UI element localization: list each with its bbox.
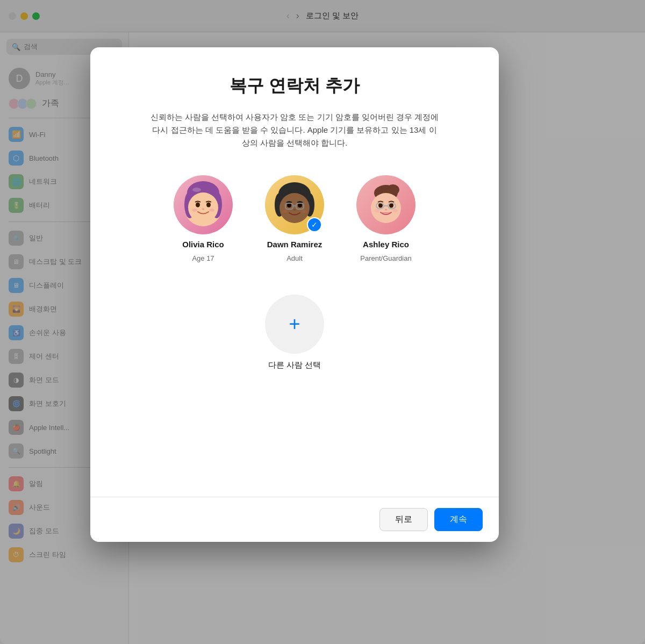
contact-dawn[interactable]: ✓ Dawn Ramirez Adult — [265, 175, 324, 262]
modal-footer: 뒤로 계속 — [90, 497, 499, 542]
svg-point-9 — [209, 209, 214, 212]
contact-ashley-avatar-wrapper — [356, 175, 415, 234]
svg-point-32 — [374, 209, 379, 212]
olivia-sub: Age 17 — [192, 254, 214, 262]
svg-point-6 — [206, 203, 211, 207]
modal-body: 복구 연락처 추가 신뢰하는 사람을 선택하여 사용자가 암호 또는 기기 암호… — [90, 47, 499, 497]
svg-point-33 — [392, 209, 398, 212]
add-other-label: 다른 사람 선택 — [268, 360, 321, 370]
svg-point-28 — [385, 209, 387, 211]
modal-dialog: 복구 연락처 추가 신뢰하는 사람을 선택하여 사용자가 암호 또는 기기 암호… — [90, 47, 499, 542]
svg-point-5 — [196, 203, 200, 207]
ashley-memoji — [359, 178, 413, 232]
continue-button[interactable]: 계속 — [434, 508, 483, 531]
svg-point-22 — [302, 210, 307, 213]
back-button[interactable]: 뒤로 — [379, 508, 428, 531]
modal-description: 신뢰하는 사람을 선택하여 사용자가 암호 또는 기기 암호를 잊어버린 경우 … — [149, 111, 440, 149]
contact-dawn-avatar-wrapper: ✓ — [265, 175, 324, 234]
dawn-name: Dawn Ramirez — [267, 240, 322, 249]
add-icon: + — [289, 313, 300, 335]
contact-ashley[interactable]: Ashley Rico Parent/Guardian — [356, 175, 415, 262]
svg-point-21 — [282, 210, 288, 213]
svg-point-8 — [192, 209, 197, 212]
svg-point-15 — [287, 203, 291, 207]
olivia-name: Olivia Rico — [182, 240, 224, 249]
svg-point-10 — [192, 188, 201, 192]
svg-point-17 — [293, 209, 296, 211]
add-other-section: + 다른 사람 선택 — [265, 295, 324, 370]
ashley-sub: Parent/Guardian — [360, 254, 411, 262]
modal-title: 복구 연락처 추가 — [230, 74, 360, 98]
contact-olivia-avatar-wrapper — [174, 175, 233, 234]
svg-point-7 — [202, 209, 204, 210]
contacts-row: Olivia Rico Age 17 — [174, 175, 415, 262]
svg-point-16 — [298, 203, 302, 207]
olivia-memoji — [176, 178, 230, 232]
contact-olivia[interactable]: Olivia Rico Age 17 — [174, 175, 233, 262]
contact-ashley-avatar — [356, 175, 415, 234]
svg-point-4 — [188, 192, 218, 223]
ashley-name: Ashley Rico — [363, 240, 409, 249]
add-other-button[interactable]: + — [265, 295, 324, 354]
dawn-sub: Adult — [286, 254, 303, 262]
contact-olivia-avatar — [174, 175, 233, 234]
svg-point-14 — [280, 193, 310, 223]
dawn-check-badge: ✓ — [307, 217, 322, 232]
svg-point-25 — [371, 193, 401, 223]
